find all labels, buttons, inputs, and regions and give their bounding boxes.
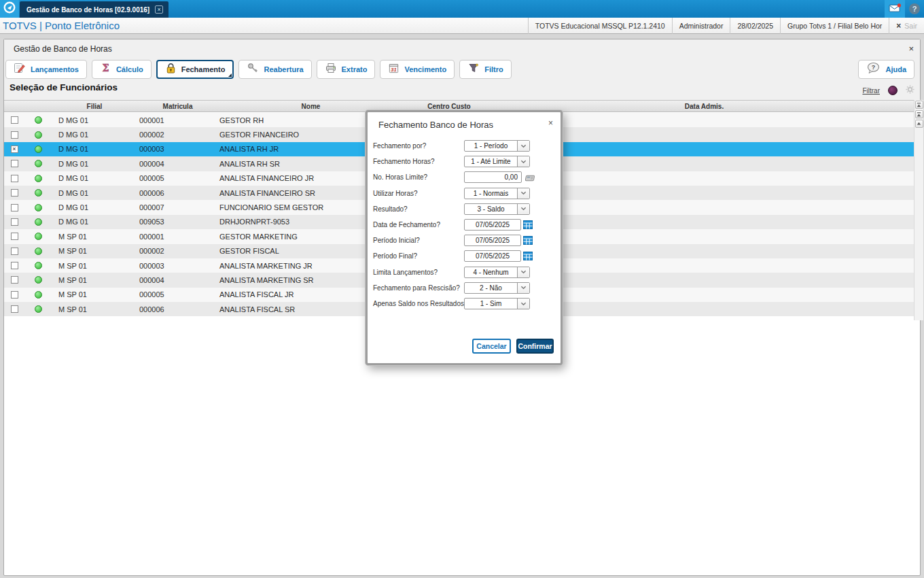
filtro-label: Filtro <box>484 65 503 73</box>
dialog-field-row: No. Horas Limite? 0,00 <box>368 171 561 183</box>
reabertura-button[interactable]: Reabertura <box>238 60 311 79</box>
field-date-input[interactable]: 07/05/2025 <box>464 219 521 231</box>
table-scrollbar[interactable] <box>914 100 923 320</box>
row-checkbox[interactable] <box>11 233 18 240</box>
row-checkbox[interactable] <box>11 248 18 255</box>
row-checkbox[interactable] <box>11 116 18 124</box>
calculo-label: Cálculo <box>116 65 143 73</box>
envelope-icon <box>889 3 902 16</box>
scroll-page-up-button[interactable] <box>915 120 923 128</box>
dialog-close-icon[interactable]: × <box>548 118 553 128</box>
column-data-admis[interactable]: Data Admis. <box>495 103 914 110</box>
calendar-icon[interactable] <box>523 220 533 232</box>
row-matricula: 000002 <box>137 247 218 255</box>
fechamento-button[interactable]: Fechamento <box>156 60 234 79</box>
row-filial: D MG 01 <box>52 131 137 139</box>
totvs-logo-icon <box>3 1 16 17</box>
field-label: Fechamento para Rescisão? <box>373 284 460 292</box>
calculo-button[interactable]: Σ Cálculo <box>92 60 152 79</box>
help-bubble-icon: ? <box>866 62 881 77</box>
ajuda-button[interactable]: ? Ajuda <box>858 60 914 79</box>
field-select[interactable]: 1 - Normais <box>464 188 530 199</box>
dialog-field-row: Fechamento para Rescisão? 2 - Não <box>368 282 561 294</box>
chevron-down-icon[interactable] <box>517 188 529 199</box>
chevron-down-icon[interactable] <box>517 141 529 151</box>
field-label: Período Inicial? <box>373 237 420 244</box>
field-date-input[interactable]: 07/05/2025 <box>464 235 521 246</box>
field-select[interactable]: 1 - Período <box>464 140 530 152</box>
panel-close-icon[interactable]: × <box>908 44 914 54</box>
column-matricula[interactable]: Matricula <box>137 103 218 110</box>
column-filial[interactable]: Filial <box>52 103 137 110</box>
extrato-button[interactable]: Extrato <box>317 60 376 79</box>
calendar-icon[interactable] <box>523 235 533 248</box>
cancel-button[interactable]: Cancelar <box>472 339 511 354</box>
status-green-icon <box>35 233 42 240</box>
row-checkbox[interactable]: × <box>11 146 18 153</box>
help-icon[interactable]: ? <box>909 3 920 14</box>
sigma-icon: Σ <box>100 63 111 77</box>
filter-status-icon[interactable] <box>888 86 898 95</box>
ajuda-label: Ajuda <box>885 65 906 73</box>
tab-close-icon[interactable]: × <box>155 5 163 14</box>
column-centro-custo[interactable]: Centro Custo <box>404 103 495 110</box>
row-checkbox[interactable] <box>11 175 18 182</box>
row-filial: M SP 01 <box>52 305 137 313</box>
logout-button[interactable]: × Sair <box>889 18 924 34</box>
field-select[interactable]: 1 - Sim <box>464 298 530 309</box>
key-icon <box>247 62 259 77</box>
row-matricula: 000004 <box>137 160 218 168</box>
dialog-field-row: Limita Lançamentos? 4 - Nenhum <box>368 267 561 278</box>
tab-gestao-banco-horas[interactable]: Gestão de Banco de Horas [02.9.0016] × <box>20 1 168 18</box>
row-checkbox[interactable] <box>11 189 18 197</box>
row-checkbox[interactable] <box>11 131 18 139</box>
chevron-down-icon[interactable] <box>517 299 529 309</box>
calendar-icon[interactable] <box>523 251 533 263</box>
dialog-field-row: Fechamento Horas? 1 - Até Limite <box>368 156 561 167</box>
toolbar: Lançamentos Σ Cálculo Fechamento Reabert… <box>5 60 512 79</box>
calculator-icon[interactable] <box>525 173 535 185</box>
vencimento-button[interactable]: 31 Vencimento <box>380 60 455 79</box>
gear-icon[interactable] <box>906 84 914 97</box>
totvs-menu-button[interactable] <box>0 0 19 18</box>
field-label: No. Horas Limite? <box>373 173 427 181</box>
row-checkbox[interactable] <box>11 262 18 269</box>
field-number-input[interactable]: 0,00 <box>464 171 522 183</box>
row-checkbox[interactable] <box>11 276 18 284</box>
filtro-button[interactable]: Filtro <box>459 60 512 79</box>
scroll-up-button[interactable] <box>915 110 923 118</box>
fechamento-dialog: Fechamento Banco de Horas × Fechamento p… <box>366 110 563 365</box>
chevron-down-icon[interactable] <box>517 267 529 277</box>
row-checkbox[interactable] <box>11 204 18 211</box>
chevron-down-icon[interactable] <box>517 204 529 214</box>
filtrar-link[interactable]: Filtrar <box>862 87 880 95</box>
panel-title: Gestão de Banco de Horas <box>14 44 112 54</box>
column-nome[interactable]: Nome <box>218 103 404 110</box>
printer-icon <box>325 62 337 77</box>
row-checkbox[interactable] <box>11 160 18 167</box>
field-select[interactable]: 1 - Até Limite <box>464 156 530 167</box>
field-select[interactable]: 2 - Não <box>464 282 530 294</box>
row-matricula: 000006 <box>137 305 218 313</box>
branch-label[interactable]: Grupo Totvs 1 / Filial Belo Hor <box>780 18 889 34</box>
row-filial: M SP 01 <box>52 290 137 299</box>
row-filial: M SP 01 <box>52 276 137 284</box>
scroll-top-button[interactable] <box>915 101 923 109</box>
row-filial: M SP 01 <box>52 262 137 270</box>
field-select[interactable]: 4 - Nenhum <box>464 267 530 278</box>
field-date-input[interactable]: 07/05/2025 <box>464 250 521 262</box>
status-green-icon <box>35 116 42 124</box>
mail-button[interactable] <box>885 0 905 18</box>
chevron-down-icon[interactable] <box>517 283 529 293</box>
row-checkbox[interactable] <box>11 305 18 313</box>
lancamentos-button[interactable]: Lançamentos <box>5 60 87 79</box>
row-checkbox[interactable] <box>11 291 18 299</box>
dialog-field-row: Período Inicial? 07/05/2025 <box>368 235 561 246</box>
row-checkbox[interactable] <box>11 218 18 226</box>
app-strip: TOTVS | Ponto Eletrônico TOTVS Educacion… <box>0 18 924 34</box>
fechamento-label: Fechamento <box>181 65 226 73</box>
field-select[interactable]: 3 - Saldo <box>464 203 530 215</box>
chevron-down-icon[interactable] <box>517 156 529 167</box>
confirm-button[interactable]: Confirmar <box>516 339 554 354</box>
dialog-field-row: Data de Fechamento? 07/05/2025 <box>368 219 561 231</box>
